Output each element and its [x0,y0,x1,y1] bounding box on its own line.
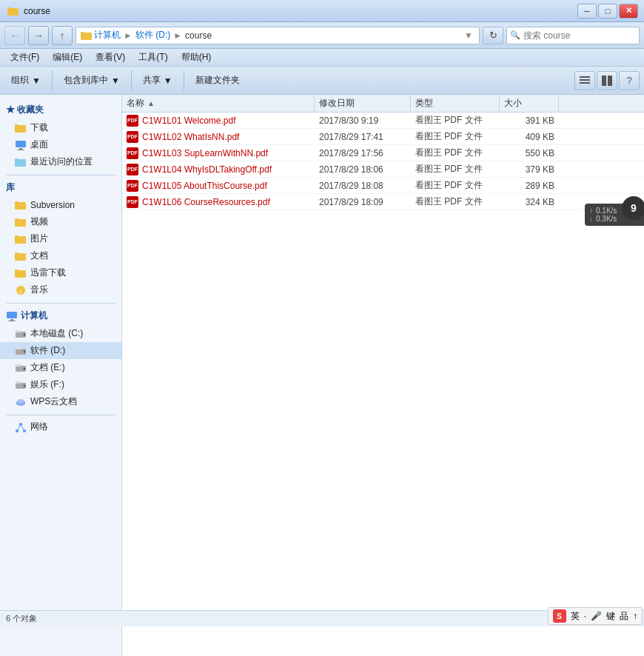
ime-lang[interactable]: 英 [571,610,580,623]
col-header-date[interactable]: 修改日期 [315,95,411,112]
pane-view-icon [602,76,612,86]
include-in-library-button[interactable]: 包含到库中 ▼ [57,70,127,90]
svg-point-33 [24,333,26,335]
menu-view[interactable]: 查看(V) [90,50,131,65]
sidebar-item-music[interactable]: ♪ 音乐 [0,281,121,298]
col-header-size[interactable]: 大小 [500,95,559,112]
table-row[interactable]: PDFC1W1L01 Welcome.pdf2017/8/30 9:19看图王 … [122,113,644,129]
sidebar-item-recent[interactable]: 最近访问的位置 [0,153,121,170]
file-date: 2017/8/30 9:19 [315,116,411,126]
sidebar-item-thunder[interactable]: 迅雷下载 [0,264,121,281]
ime-tools[interactable]: 品 [620,610,628,623]
speed-badge: 9 [622,196,644,220]
file-size: 391 KB [500,116,559,126]
menu-help[interactable]: 帮助(H) [175,50,218,65]
menu-file[interactable]: 文件(F) [4,50,45,65]
ime-sep: · [584,611,586,621]
file-size: 324 KB [500,197,559,207]
ime-up[interactable]: ↑ [633,611,637,621]
search-bar: 🔍 [506,27,640,44]
sidebar-item-download[interactable]: 下载 [0,119,121,136]
sidebar-section-network: 网络 [0,418,121,435]
view-pane-button[interactable] [597,71,617,90]
new-folder-label: 新建文件夹 [195,74,240,87]
search-input[interactable] [523,30,636,41]
svg-rect-11 [16,141,26,147]
col-header-name[interactable]: 名称 ▲ [122,95,315,112]
table-row[interactable]: PDFC1W1L03 SupLearnWithNN.pdf2017/8/29 1… [122,145,644,161]
sidebar-item-desktop[interactable]: 桌面 [0,136,121,153]
toolbar-separator-2 [131,70,132,91]
status-text: 6 个对象 [6,613,37,624]
svg-rect-13 [17,150,24,150]
sidebar-section-computer: 计算机 本地磁盘 (C:) 软件 (D:) 文档 (E:) [0,307,121,410]
table-row[interactable]: PDFC1W1L04 WhyIsDLTakingOff.pdf2017/8/29… [122,161,644,178]
svg-text:♪: ♪ [19,287,22,295]
up-button[interactable]: ↑ [52,26,73,45]
view-details-button[interactable] [574,71,595,90]
organize-button[interactable]: 组织 ▼ [4,70,47,90]
col-header-type[interactable]: 类型 [411,95,500,112]
include-arrow: ▼ [111,76,120,86]
desktop-icon [15,139,27,151]
sidebar-header-computer[interactable]: 计算机 [0,307,121,325]
share-button[interactable]: 共享 ▼ [136,70,179,90]
speed-overlay: ↑ 0.1K/s ↓ 0.3K/s 9 [585,204,644,226]
svg-rect-21 [15,235,19,238]
file-type: 看图王 PDF 文件 [411,114,500,127]
sidebar-item-network[interactable]: 网络 [0,418,121,435]
file-type: 看图王 PDF 文件 [411,130,500,143]
view-buttons: ? [574,71,640,90]
forward-button[interactable]: → [28,26,49,45]
new-folder-button[interactable]: 新建文件夹 [189,70,246,90]
minimize-button[interactable]: ─ [577,4,597,19]
include-label: 包含到库中 [64,74,108,87]
file-date: 2017/8/29 17:56 [315,148,411,158]
sidebar-item-drive-c[interactable]: 本地磁盘 (C:) [0,325,121,342]
menu-tools[interactable]: 工具(T) [133,50,173,65]
table-row[interactable]: PDFC1W1L05 AboutThisCourse.pdf2017/8/29 … [122,178,644,194]
sidebar-header-library[interactable]: 库 [0,178,121,197]
svg-rect-17 [15,201,19,204]
sidebar-item-drive-e[interactable]: 文档 (E:) [0,359,121,376]
sidebar-item-video[interactable]: 视频 [0,213,121,230]
toolbar: 组织 ▼ 包含到库中 ▼ 共享 ▼ 新建文件夹 ? [0,67,644,95]
ime-mic[interactable]: 🎤 [591,611,602,621]
file-date: 2017/8/29 18:09 [315,197,411,207]
organize-label: 组织 [11,74,29,87]
sidebar-item-subversion[interactable]: Subversion [0,197,121,213]
help-button[interactable]: ? [619,71,640,90]
drive-e-icon [15,362,27,374]
ime-keyboard[interactable]: 键 [606,610,615,623]
sidebar-item-docs[interactable]: 文档 [0,247,121,264]
close-button[interactable]: ✕ [619,4,638,19]
thunder-icon [15,267,27,279]
svg-rect-35 [16,347,21,349]
sidebar-item-images[interactable]: 图片 [0,230,121,247]
svg-rect-41 [16,381,21,384]
svg-rect-8 [608,76,612,86]
file-type: 看图王 PDF 文件 [411,147,500,159]
file-type: 看图王 PDF 文件 [411,195,500,208]
sidebar-header-favorites[interactable]: ★ 收藏夹 [0,101,121,119]
speed-down-icon: ↓ [589,215,593,223]
sidebar-item-drive-f[interactable]: 娱乐 (F:) [0,376,121,393]
sidebar-section-favorites: ★ 收藏夹 下载 桌面 最近访问的位置 [0,101,121,170]
refresh-button[interactable]: ↻ [483,27,503,44]
breadcrumb-drive[interactable]: 软件 (D:) [135,29,170,41]
back-button[interactable]: ← [4,26,25,45]
table-row[interactable]: PDFC1W1L06 CourseResources.pdf2017/8/29 … [122,194,644,210]
sidebar-item-wps-cloud[interactable]: WPS云文档 [0,393,121,410]
maximize-button[interactable]: □ [598,4,617,19]
drive-c-icon [15,328,27,340]
file-list-header: 名称 ▲ 修改日期 类型 大小 [122,95,644,113]
speed-up-icon: ↑ [589,207,593,215]
menu-edit[interactable]: 编辑(E) [47,50,88,65]
sidebar-item-drive-d[interactable]: 软件 (D:) [0,342,121,359]
svg-rect-12 [19,148,22,150]
svg-rect-6 [580,82,590,84]
table-row[interactable]: PDFC1W1L02 WhatIsNN.pdf2017/8/29 17:41看图… [122,129,644,145]
drive-d-icon [15,345,27,357]
breadcrumb-computer[interactable]: 计算机 [94,29,121,41]
window-title: course [24,6,50,16]
